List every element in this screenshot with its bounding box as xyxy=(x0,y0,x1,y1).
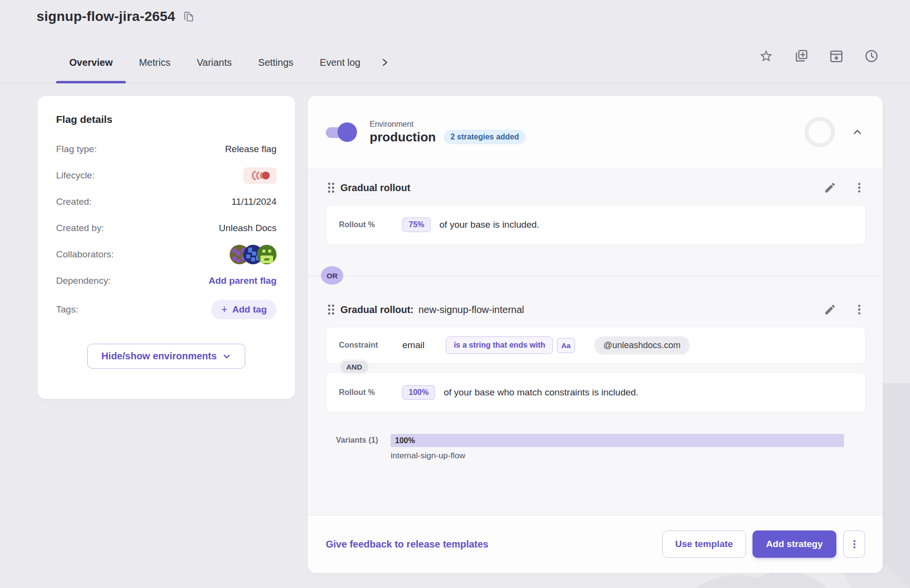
add-tag-button[interactable]: + Add tag xyxy=(211,300,277,319)
tab-settings[interactable]: Settings xyxy=(245,41,306,83)
flag-tabs: Overview Metrics Variants Settings Event… xyxy=(56,41,396,83)
constraint-label: Constraint xyxy=(339,341,392,350)
strategy-menu-button[interactable] xyxy=(853,181,866,194)
strategy-1-title: Gradual rollout xyxy=(340,182,410,194)
case-sensitive-badge: Aa xyxy=(557,338,575,353)
rollout-label: Rollout % xyxy=(339,388,392,397)
strategy-1-header: Gradual rollout xyxy=(326,181,866,194)
rollout-percent-badge: 75% xyxy=(402,217,431,232)
archive-flag-button[interactable] xyxy=(829,49,844,63)
rollout-description: of your base is included. xyxy=(439,219,539,230)
metrics-donut xyxy=(805,117,835,147)
environment-title-block: Environment production 2 strategies adde… xyxy=(370,120,526,145)
strategies-count-badge: 2 strategies added xyxy=(444,130,526,144)
created-value: 11/11/2024 xyxy=(232,196,277,207)
constraint-card: Constraint email is a string that ends w… xyxy=(326,327,866,364)
collaborators-label: Collaborators: xyxy=(56,249,114,260)
chevron-up-icon xyxy=(851,126,863,138)
constraint-value-pill: @unleashdocs.com xyxy=(594,336,689,354)
chevron-down-icon xyxy=(222,352,231,361)
created-label: Created: xyxy=(56,196,92,207)
strategy-2-name: new-signup-flow-internal xyxy=(418,304,524,315)
lifecycle-row: Lifecycle: xyxy=(56,162,277,189)
constraint-field: email xyxy=(402,340,424,351)
add-tag-label: Add tag xyxy=(232,304,267,315)
collapse-environment-button[interactable] xyxy=(851,126,863,138)
environment-header: Environment production 2 strategies adde… xyxy=(308,96,883,168)
flag-type-label: Flag type: xyxy=(56,144,97,155)
drag-handle[interactable] xyxy=(326,303,340,316)
tab-variants[interactable]: Variants xyxy=(183,41,245,83)
or-badge: OR xyxy=(321,266,343,285)
tab-overview[interactable]: Overview xyxy=(56,41,126,83)
flag-actions xyxy=(759,49,879,63)
favorite-button[interactable] xyxy=(759,49,773,63)
variants-section: Variants (1) 100% internal-sign-up-flow xyxy=(326,434,866,461)
hide-show-environments-button[interactable]: Hide/show environments xyxy=(87,344,246,369)
lifecycle-stage-badge[interactable] xyxy=(243,167,277,184)
flag-type-value: Release flag xyxy=(225,144,277,155)
environment-footer: Give feedback to release templates Use t… xyxy=(308,515,883,573)
kebab-icon xyxy=(849,539,860,549)
strategy-2-title: Gradual rollout: xyxy=(340,304,414,315)
release-templates-feedback-link[interactable]: Give feedback to release templates xyxy=(326,539,489,550)
more-strategy-options-button[interactable] xyxy=(843,530,865,558)
strategy-separator: OR xyxy=(326,266,866,285)
variants-label: Variants (1) xyxy=(326,434,391,461)
edit-strategy-button[interactable] xyxy=(824,303,836,316)
edit-strategy-button[interactable] xyxy=(824,181,836,194)
add-strategy-button[interactable]: Add strategy xyxy=(752,530,836,558)
archive-icon xyxy=(829,49,844,63)
page-header: signup-flow-jira-2654 xyxy=(37,9,195,24)
clone-flag-button[interactable] xyxy=(794,49,809,63)
and-badge: AND xyxy=(338,359,370,375)
dependency-label: Dependency: xyxy=(56,275,111,286)
copy-flag-name-button[interactable] xyxy=(183,10,195,23)
created-by-row: Created by: Unleash Docs xyxy=(56,215,277,241)
clone-icon xyxy=(794,49,809,63)
tabs-overflow-button[interactable] xyxy=(374,41,396,83)
drag-handle-icon xyxy=(327,303,336,316)
separator-line xyxy=(308,275,883,276)
environment-accordion: Environment production 2 strategies adde… xyxy=(308,96,883,573)
strategy-2-body: Constraint email is a string that ends w… xyxy=(326,327,866,461)
lifecycle-live-icon xyxy=(249,170,271,181)
rollout-label: Rollout % xyxy=(339,220,392,229)
add-parent-flag-button[interactable]: Add parent flag xyxy=(209,275,277,286)
use-template-button[interactable]: Use template xyxy=(662,530,746,558)
pencil-icon xyxy=(824,303,836,316)
toggle-knob xyxy=(337,122,357,142)
kebab-icon xyxy=(853,181,866,194)
avatar[interactable] xyxy=(257,245,277,264)
star-icon xyxy=(759,49,773,63)
variant-name: internal-sign-up-flow xyxy=(391,451,844,461)
plus-icon: + xyxy=(221,304,227,315)
strategy-list: Gradual rollout Rollout % 75% of your ba… xyxy=(308,168,883,515)
history-button[interactable] xyxy=(864,49,879,63)
rollout-description: of your base who match constraints is in… xyxy=(444,387,638,398)
chevron-right-icon xyxy=(380,58,389,67)
created-by-label: Created by: xyxy=(56,223,104,234)
environment-label: Environment xyxy=(370,120,526,129)
tags-row: Tags: + Add tag xyxy=(56,294,277,325)
drag-handle[interactable] xyxy=(326,181,340,194)
pencil-icon xyxy=(824,181,836,194)
hide-show-environments-label: Hide/show environments xyxy=(101,351,217,362)
lifecycle-label: Lifecycle: xyxy=(56,170,95,181)
strategy-2-rollout-card: Rollout % 100% of your base who match co… xyxy=(326,372,866,412)
rollout-percent-badge: 100% xyxy=(402,385,435,400)
strategy-menu-button[interactable] xyxy=(853,303,866,316)
copy-icon xyxy=(183,10,195,23)
drag-handle-icon xyxy=(327,181,336,194)
flag-type-row: Flag type: Release flag xyxy=(56,136,277,162)
created-row: Created: 11/11/2024 xyxy=(56,189,277,215)
tab-metrics[interactable]: Metrics xyxy=(126,41,183,83)
tab-event-log[interactable]: Event log xyxy=(307,41,374,83)
tags-label: Tags: xyxy=(56,304,78,315)
environment-toggle[interactable] xyxy=(326,126,357,138)
variant-distribution-bar: 100% xyxy=(391,434,844,447)
page-title: signup-flow-jira-2654 xyxy=(37,9,175,24)
created-by-value: Unleash Docs xyxy=(219,223,277,234)
collaborators-row: Collaborators: xyxy=(56,241,277,268)
environment-name: production xyxy=(370,130,436,145)
